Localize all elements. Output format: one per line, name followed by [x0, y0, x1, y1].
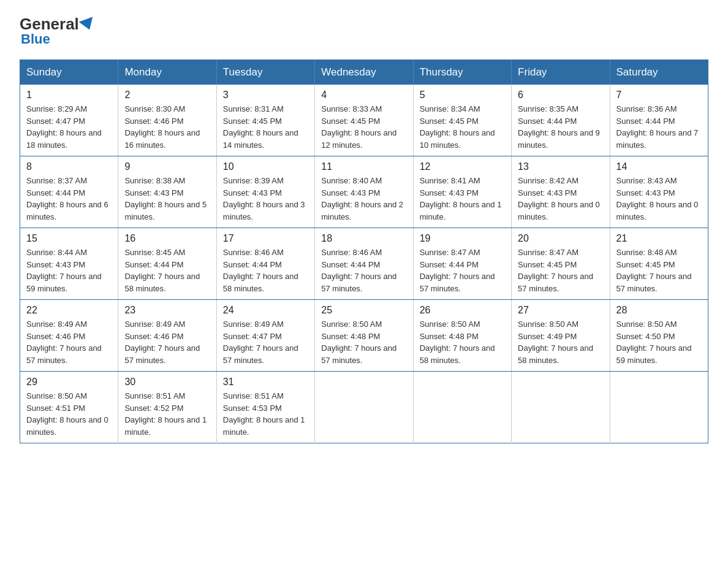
day-number: 27: [518, 305, 603, 316]
calendar-header-row: SundayMondayTuesdayWednesdayThursdayFrid…: [20, 60, 708, 85]
day-info: Sunrise: 8:48 AMSunset: 4:45 PMDaylight:…: [616, 247, 702, 294]
day-cell: 6Sunrise: 8:35 AMSunset: 4:44 PMDaylight…: [512, 85, 610, 156]
day-cell: 1Sunrise: 8:29 AMSunset: 4:47 PMDaylight…: [20, 85, 118, 156]
day-cell: 24Sunrise: 8:49 AMSunset: 4:47 PMDayligh…: [216, 300, 314, 372]
day-cell: 15Sunrise: 8:44 AMSunset: 4:43 PMDayligh…: [20, 228, 118, 300]
day-cell: 16Sunrise: 8:45 AMSunset: 4:44 PMDayligh…: [118, 228, 216, 300]
day-info: Sunrise: 8:46 AMSunset: 4:44 PMDaylight:…: [321, 247, 406, 294]
day-cell: 31Sunrise: 8:51 AMSunset: 4:53 PMDayligh…: [216, 372, 314, 443]
day-number: 8: [26, 161, 112, 172]
day-info: Sunrise: 8:46 AMSunset: 4:44 PMDaylight:…: [223, 247, 308, 294]
week-row-2: 8Sunrise: 8:37 AMSunset: 4:44 PMDaylight…: [20, 156, 708, 228]
day-number: 25: [321, 305, 406, 316]
day-number: 15: [26, 233, 112, 244]
header-sunday: Sunday: [20, 60, 118, 85]
day-info: Sunrise: 8:38 AMSunset: 4:43 PMDaylight:…: [124, 175, 210, 223]
header-wednesday: Wednesday: [315, 60, 413, 85]
day-cell: 3Sunrise: 8:31 AMSunset: 4:45 PMDaylight…: [216, 85, 314, 156]
day-number: 3: [223, 90, 308, 101]
day-number: 7: [616, 90, 702, 101]
day-info: Sunrise: 8:40 AMSunset: 4:43 PMDaylight:…: [321, 175, 406, 223]
day-cell: 5Sunrise: 8:34 AMSunset: 4:45 PMDaylight…: [413, 85, 511, 156]
logo-triangle-icon: [78, 17, 96, 32]
day-cell: 21Sunrise: 8:48 AMSunset: 4:45 PMDayligh…: [610, 228, 708, 300]
week-row-1: 1Sunrise: 8:29 AMSunset: 4:47 PMDaylight…: [20, 85, 708, 156]
day-info: Sunrise: 8:50 AMSunset: 4:51 PMDaylight:…: [26, 390, 112, 438]
day-cell: 23Sunrise: 8:49 AMSunset: 4:46 PMDayligh…: [118, 300, 216, 372]
day-number: 23: [124, 305, 210, 316]
day-number: 12: [420, 161, 505, 172]
day-info: Sunrise: 8:34 AMSunset: 4:45 PMDaylight:…: [420, 103, 505, 151]
day-info: Sunrise: 8:50 AMSunset: 4:50 PMDaylight:…: [616, 318, 702, 366]
logo-blue-text: Blue: [20, 31, 50, 47]
day-number: 19: [420, 233, 505, 244]
day-number: 4: [321, 90, 406, 101]
day-info: Sunrise: 8:41 AMSunset: 4:43 PMDaylight:…: [420, 175, 505, 223]
day-number: 18: [321, 233, 406, 244]
day-info: Sunrise: 8:30 AMSunset: 4:46 PMDaylight:…: [124, 103, 210, 151]
week-row-4: 22Sunrise: 8:49 AMSunset: 4:46 PMDayligh…: [20, 300, 708, 372]
day-cell: [413, 372, 511, 443]
day-number: 16: [124, 233, 210, 244]
day-number: 11: [321, 161, 406, 172]
day-number: 30: [124, 377, 210, 388]
day-info: Sunrise: 8:29 AMSunset: 4:47 PMDaylight:…: [26, 103, 112, 151]
day-cell: 20Sunrise: 8:47 AMSunset: 4:45 PMDayligh…: [512, 228, 610, 300]
day-cell: 13Sunrise: 8:42 AMSunset: 4:43 PMDayligh…: [512, 156, 610, 228]
day-info: Sunrise: 8:50 AMSunset: 4:49 PMDaylight:…: [518, 318, 603, 366]
day-cell: 28Sunrise: 8:50 AMSunset: 4:50 PMDayligh…: [610, 300, 708, 372]
day-cell: 25Sunrise: 8:50 AMSunset: 4:48 PMDayligh…: [315, 300, 413, 372]
day-info: Sunrise: 8:37 AMSunset: 4:44 PMDaylight:…: [26, 175, 112, 223]
header-friday: Friday: [512, 60, 610, 85]
day-cell: [512, 372, 610, 443]
day-cell: 7Sunrise: 8:36 AMSunset: 4:44 PMDaylight…: [610, 85, 708, 156]
day-number: 24: [223, 305, 308, 316]
day-info: Sunrise: 8:47 AMSunset: 4:45 PMDaylight:…: [518, 247, 603, 294]
day-info: Sunrise: 8:47 AMSunset: 4:44 PMDaylight:…: [420, 247, 505, 294]
day-cell: 11Sunrise: 8:40 AMSunset: 4:43 PMDayligh…: [315, 156, 413, 228]
day-number: 13: [518, 161, 603, 172]
day-info: Sunrise: 8:43 AMSunset: 4:43 PMDaylight:…: [616, 175, 702, 223]
header-tuesday: Tuesday: [216, 60, 314, 85]
day-cell: 14Sunrise: 8:43 AMSunset: 4:43 PMDayligh…: [610, 156, 708, 228]
logo: General Blue: [20, 15, 96, 47]
day-number: 2: [124, 90, 210, 101]
day-number: 26: [420, 305, 505, 316]
day-info: Sunrise: 8:51 AMSunset: 4:53 PMDaylight:…: [223, 390, 308, 438]
day-info: Sunrise: 8:51 AMSunset: 4:52 PMDaylight:…: [124, 390, 210, 438]
day-info: Sunrise: 8:45 AMSunset: 4:44 PMDaylight:…: [124, 247, 210, 294]
day-info: Sunrise: 8:49 AMSunset: 4:46 PMDaylight:…: [26, 318, 112, 366]
day-number: 20: [518, 233, 603, 244]
day-info: Sunrise: 8:31 AMSunset: 4:45 PMDaylight:…: [223, 103, 308, 151]
day-number: 6: [518, 90, 603, 101]
day-info: Sunrise: 8:49 AMSunset: 4:46 PMDaylight:…: [124, 318, 210, 366]
day-cell: 27Sunrise: 8:50 AMSunset: 4:49 PMDayligh…: [512, 300, 610, 372]
day-info: Sunrise: 8:50 AMSunset: 4:48 PMDaylight:…: [420, 318, 505, 366]
day-info: Sunrise: 8:39 AMSunset: 4:43 PMDaylight:…: [223, 175, 308, 223]
day-info: Sunrise: 8:33 AMSunset: 4:45 PMDaylight:…: [321, 103, 406, 151]
day-number: 5: [420, 90, 505, 101]
day-number: 31: [223, 377, 308, 388]
day-number: 17: [223, 233, 308, 244]
page-header: General Blue: [20, 15, 708, 47]
day-info: Sunrise: 8:42 AMSunset: 4:43 PMDaylight:…: [518, 175, 603, 223]
day-number: 14: [616, 161, 702, 172]
header-saturday: Saturday: [610, 60, 708, 85]
day-number: 9: [124, 161, 210, 172]
day-cell: 12Sunrise: 8:41 AMSunset: 4:43 PMDayligh…: [413, 156, 511, 228]
day-number: 22: [26, 305, 112, 316]
day-info: Sunrise: 8:49 AMSunset: 4:47 PMDaylight:…: [223, 318, 308, 366]
day-cell: 9Sunrise: 8:38 AMSunset: 4:43 PMDaylight…: [118, 156, 216, 228]
day-cell: [315, 372, 413, 443]
day-info: Sunrise: 8:50 AMSunset: 4:48 PMDaylight:…: [321, 318, 406, 366]
day-info: Sunrise: 8:35 AMSunset: 4:44 PMDaylight:…: [518, 103, 603, 151]
day-cell: 10Sunrise: 8:39 AMSunset: 4:43 PMDayligh…: [216, 156, 314, 228]
day-cell: 18Sunrise: 8:46 AMSunset: 4:44 PMDayligh…: [315, 228, 413, 300]
day-number: 29: [26, 377, 112, 388]
day-info: Sunrise: 8:36 AMSunset: 4:44 PMDaylight:…: [616, 103, 702, 151]
calendar-table: SundayMondayTuesdayWednesdayThursdayFrid…: [20, 59, 708, 443]
header-monday: Monday: [118, 60, 216, 85]
week-row-5: 29Sunrise: 8:50 AMSunset: 4:51 PMDayligh…: [20, 372, 708, 443]
day-cell: 4Sunrise: 8:33 AMSunset: 4:45 PMDaylight…: [315, 85, 413, 156]
week-row-3: 15Sunrise: 8:44 AMSunset: 4:43 PMDayligh…: [20, 228, 708, 300]
